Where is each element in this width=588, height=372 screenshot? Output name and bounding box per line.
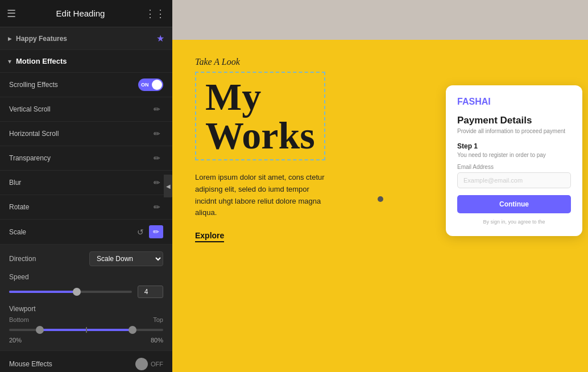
- viewport-section: Viewport Bottom Top 20% 80%: [9, 305, 163, 344]
- my-works-text: MyWorks: [205, 77, 315, 155]
- toggle-off-circle: [135, 358, 148, 370]
- mouse-effects-label: Mouse Effects: [9, 360, 52, 368]
- viewport-values: 20% 80%: [9, 337, 163, 344]
- mouse-effects-toggle[interactable]: OFF: [135, 358, 163, 370]
- explore-link[interactable]: Explore: [195, 231, 224, 242]
- viewport-range-thumb-right[interactable]: [129, 326, 136, 334]
- panel-header: ☰ Edit Heading ⋮⋮: [0, 0, 172, 27]
- panel-content: Scrolling Effects ON Vertical Scroll ✏ H…: [0, 73, 172, 372]
- rotate-edit-btn[interactable]: ✏: [151, 201, 163, 213]
- email-label: Email Address: [457, 164, 571, 170]
- logo-part2: HAI: [475, 97, 491, 106]
- lorem-text: Lorem ipsum dolor sit amet, cons ctetur …: [195, 172, 332, 219]
- speed-slider-thumb[interactable]: [73, 288, 81, 296]
- mouse-effects-row: Mouse Effects OFF: [0, 351, 172, 372]
- panel-title: Edit Heading: [16, 9, 145, 18]
- viewport-label: Viewport: [9, 305, 35, 313]
- fashai-logo: FASHAI: [457, 97, 571, 107]
- horizontal-scroll-row: Horizontal Scroll ✏: [0, 122, 172, 146]
- happy-features-label: ▸ Happy Features: [8, 35, 67, 43]
- step-desc: You need to register in order to pay: [457, 152, 571, 158]
- chevron-right-icon: ▸: [8, 35, 11, 43]
- logo-part1: FAS: [457, 97, 475, 106]
- rotate-label: Rotate: [9, 203, 29, 211]
- viewport-range-thumb-left[interactable]: [36, 326, 44, 334]
- viewport-top-label: Top: [153, 316, 163, 323]
- speed-slider-track[interactable]: [9, 291, 132, 293]
- motion-effects-label: Motion Effects: [16, 57, 67, 65]
- transparency-row: Transparency ✏: [0, 146, 172, 171]
- viewport-range-center-line: [86, 327, 87, 333]
- chevron-down-icon: ▾: [8, 57, 11, 65]
- scrolling-effects-label: Scrolling Effects: [9, 81, 58, 89]
- scale-reset-btn[interactable]: ↺: [135, 226, 146, 238]
- speed-label: Speed: [9, 273, 163, 281]
- direction-form-row: Direction Scale Down Scale Up Custom: [9, 251, 163, 266]
- speed-input[interactable]: 4: [138, 286, 163, 298]
- rotate-row: Rotate ✏: [0, 195, 172, 220]
- speed-row: 4: [9, 286, 163, 298]
- payment-title: Payment Details: [457, 115, 571, 126]
- viewport-right-val: 80%: [151, 337, 163, 344]
- vertical-scroll-row: Vertical Scroll ✏: [0, 97, 172, 122]
- yellow-section: Take A Look MyWorks Lorem ipsum dolor si…: [172, 40, 588, 372]
- sign-in-text: By sign in, you agree to the: [457, 219, 571, 225]
- scale-row-icons: ↺ ✏: [135, 225, 163, 238]
- transparency-label: Transparency: [9, 154, 51, 162]
- blur-edit-btn[interactable]: ✏: [151, 176, 163, 189]
- collapse-arrow-icon: ◀: [166, 183, 171, 189]
- star-icon: ★: [156, 33, 164, 44]
- right-panel: Take A Look MyWorks Lorem ipsum dolor si…: [172, 0, 588, 372]
- speed-slider-fill: [9, 291, 77, 293]
- scale-expanded-section: Direction Scale Down Scale Up Custom Spe…: [0, 245, 172, 351]
- scrolling-effects-row: Scrolling Effects ON: [0, 73, 172, 97]
- top-gray-bar: [172, 0, 588, 40]
- viewport-header: Viewport: [9, 305, 163, 313]
- horizontal-scroll-edit-btn[interactable]: ✏: [151, 127, 163, 140]
- motion-effects-section-header[interactable]: ▾ Motion Effects: [0, 50, 172, 73]
- email-input-fake: Example@email.com: [457, 172, 571, 188]
- take-a-look-text: Take A Look: [195, 57, 565, 67]
- cursor-dot: [378, 196, 383, 202]
- payment-subtitle: Provide all information to proceed payme…: [457, 128, 571, 134]
- transparency-edit-btn[interactable]: ✏: [151, 152, 163, 164]
- viewport-bottom-label: Bottom: [9, 316, 29, 323]
- left-panel: ☰ Edit Heading ⋮⋮ ▸ Happy Features ★ ▾ M…: [0, 0, 172, 372]
- my-works-box[interactable]: MyWorks: [195, 72, 325, 160]
- vertical-scroll-label: Vertical Scroll: [9, 105, 51, 113]
- horizontal-scroll-label: Horizontal Scroll: [9, 130, 59, 138]
- happy-features-row[interactable]: ▸ Happy Features ★: [0, 27, 172, 50]
- scale-edit-btn[interactable]: ✏: [149, 225, 163, 238]
- continue-button[interactable]: Continue: [457, 195, 571, 213]
- scrolling-effects-toggle[interactable]: ON: [138, 78, 163, 91]
- blur-label: Blur: [9, 179, 21, 187]
- collapse-handle[interactable]: ◀: [164, 175, 172, 197]
- toggle-off-label: OFF: [151, 361, 163, 367]
- step-label: Step 1: [457, 142, 571, 150]
- scale-label: Scale: [9, 228, 26, 236]
- direction-select[interactable]: Scale Down Scale Up Custom: [89, 251, 163, 266]
- viewport-left-val: 20%: [9, 337, 22, 344]
- payment-card: FASHAI Payment Details Provide all infor…: [446, 85, 582, 236]
- viewport-range-track[interactable]: [9, 329, 163, 331]
- scale-row: Scale ↺ ✏: [0, 220, 172, 245]
- vertical-scroll-edit-btn[interactable]: ✏: [151, 103, 163, 115]
- blur-row: Blur ✏: [0, 171, 172, 195]
- speed-section: Speed 4: [9, 273, 163, 298]
- direction-label: Direction: [9, 255, 36, 263]
- hamburger-icon[interactable]: ☰: [7, 7, 16, 20]
- grid-icon[interactable]: ⋮⋮: [145, 7, 165, 20]
- toggle-on-label: ON: [141, 82, 149, 88]
